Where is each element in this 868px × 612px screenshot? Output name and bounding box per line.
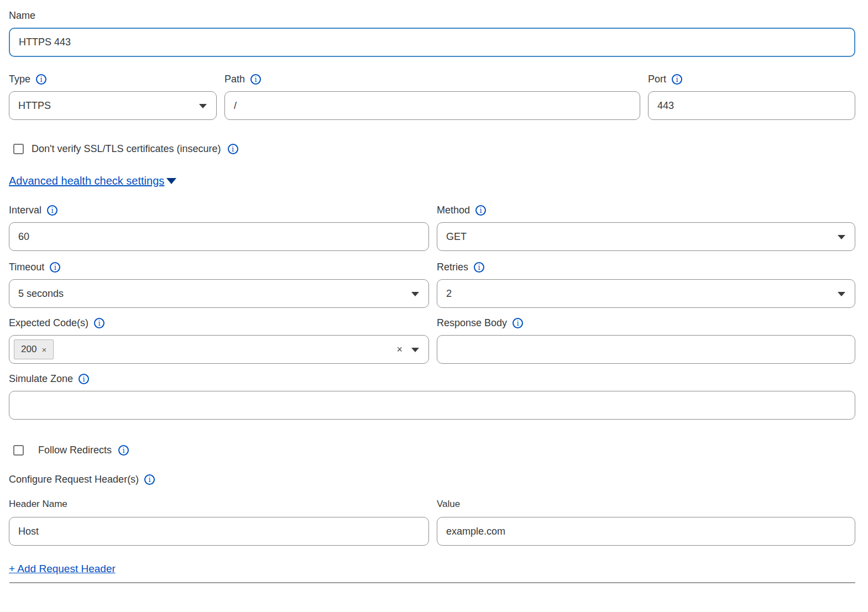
- code-tag: 200 ×: [14, 339, 54, 359]
- info-icon[interactable]: i: [36, 74, 46, 85]
- advanced-settings-section: Advanced health check settings: [9, 175, 855, 187]
- simulate-zone-input[interactable]: [9, 391, 855, 420]
- name-input[interactable]: [9, 28, 855, 57]
- info-icon[interactable]: i: [228, 144, 238, 154]
- follow-redirects-row: Follow Redirects i: [13, 444, 855, 456]
- info-icon[interactable]: i: [118, 445, 129, 456]
- expected-codes-field: Expected Code(s) i 200 × ×: [9, 317, 429, 364]
- info-icon[interactable]: i: [50, 262, 60, 273]
- path-field: Path i: [224, 74, 640, 120]
- header-name-input[interactable]: [9, 517, 429, 546]
- timeout-select[interactable]: 5 seconds: [9, 279, 429, 308]
- add-request-header-link[interactable]: + Add Request Header: [9, 563, 116, 575]
- chevron-down-icon: [199, 104, 207, 108]
- interval-input[interactable]: [9, 222, 429, 251]
- method-select-value: GET: [446, 231, 467, 243]
- path-label: Path: [224, 74, 245, 85]
- advanced-settings-link[interactable]: Advanced health check settings: [9, 175, 176, 187]
- method-field: Method i GET: [437, 205, 855, 251]
- info-icon[interactable]: i: [144, 474, 155, 485]
- info-icon[interactable]: i: [513, 318, 523, 328]
- simulate-zone-field: Simulate Zone i: [9, 373, 855, 420]
- response-body-label: Response Body: [437, 317, 507, 329]
- expected-codes-label: Expected Code(s): [9, 317, 88, 329]
- health-check-form: Name Type i HTTPS Path i Port i: [0, 0, 868, 583]
- port-label: Port: [648, 74, 666, 85]
- header-value-label: Value: [437, 499, 855, 510]
- caret-down-icon: [166, 178, 176, 184]
- header-name-label: Header Name: [9, 499, 429, 510]
- dont-verify-ssl-checkbox[interactable]: [13, 144, 24, 154]
- code-tag-value: 200: [21, 344, 36, 355]
- retries-select-value: 2: [446, 288, 452, 300]
- request-headers-section: Configure Request Header(s) i Header Nam…: [9, 474, 855, 546]
- port-input[interactable]: [648, 91, 855, 120]
- interval-label: Interval: [9, 205, 41, 216]
- interval-field: Interval i: [9, 205, 429, 251]
- info-icon[interactable]: i: [47, 205, 57, 216]
- dont-verify-ssl-label: Don't verify SSL/TLS certificates (insec…: [32, 143, 221, 155]
- add-header-section: + Add Request Header: [9, 563, 855, 575]
- method-label: Method: [437, 205, 470, 216]
- type-select-value: HTTPS: [18, 100, 51, 112]
- port-field: Port i: [648, 74, 855, 120]
- response-body-input[interactable]: [437, 335, 855, 364]
- expected-codes-multiselect[interactable]: 200 × ×: [9, 335, 429, 364]
- chevron-down-icon: [838, 292, 845, 296]
- timeout-label: Timeout: [9, 261, 44, 273]
- header-row: Header Name Value: [9, 499, 855, 546]
- advanced-settings-label: Advanced health check settings: [9, 175, 164, 187]
- verify-ssl-row: Don't verify SSL/TLS certificates (insec…: [13, 143, 855, 155]
- retries-select[interactable]: 2: [437, 279, 855, 308]
- retries-field: Retries i 2: [437, 261, 855, 308]
- type-select[interactable]: HTTPS: [9, 91, 217, 120]
- clear-all-icon[interactable]: ×: [396, 344, 402, 355]
- header-name-field: Header Name: [9, 499, 429, 546]
- type-path-port-row: Type i HTTPS Path i Port i: [9, 74, 855, 120]
- type-label: Type: [9, 74, 30, 85]
- chevron-down-icon: [411, 292, 419, 296]
- timeout-field: Timeout i 5 seconds: [9, 261, 429, 308]
- chevron-down-icon: [411, 348, 419, 352]
- chevron-down-icon: [838, 235, 845, 239]
- type-field: Type i HTTPS: [9, 74, 217, 120]
- response-body-field: Response Body i: [437, 317, 855, 364]
- info-icon[interactable]: i: [250, 74, 261, 85]
- info-icon[interactable]: i: [672, 74, 682, 85]
- info-icon[interactable]: i: [79, 374, 89, 384]
- section-divider: [9, 582, 855, 583]
- header-value-input[interactable]: [437, 517, 855, 546]
- timeout-select-value: 5 seconds: [18, 288, 64, 300]
- name-field: Name: [9, 10, 855, 57]
- remove-tag-icon[interactable]: ×: [41, 345, 46, 354]
- info-icon[interactable]: i: [94, 318, 104, 328]
- method-select[interactable]: GET: [437, 222, 855, 251]
- info-icon[interactable]: i: [475, 205, 486, 216]
- path-input[interactable]: [224, 91, 640, 120]
- timeout-retries-row: Timeout i 5 seconds Retries i 2: [9, 261, 855, 308]
- codes-body-row: Expected Code(s) i 200 × × Response Body…: [9, 317, 855, 364]
- retries-label: Retries: [437, 261, 468, 273]
- follow-redirects-checkbox[interactable]: [13, 445, 24, 456]
- simulate-zone-label: Simulate Zone: [9, 373, 73, 385]
- interval-method-row: Interval i Method i GET: [9, 205, 855, 251]
- info-icon[interactable]: i: [474, 262, 484, 273]
- name-label: Name: [9, 10, 35, 22]
- follow-redirects-label: Follow Redirects: [38, 444, 112, 456]
- header-value-field: Value: [437, 499, 855, 546]
- request-headers-section-label: Configure Request Header(s): [9, 474, 139, 485]
